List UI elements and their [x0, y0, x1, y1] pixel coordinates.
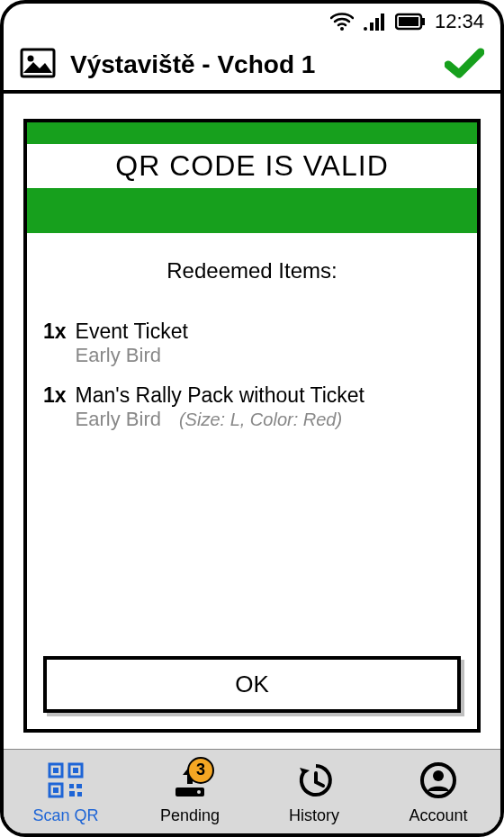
nav-label: Scan QR	[32, 806, 98, 825]
banner-title-row: QR CODE IS VALID	[27, 144, 477, 188]
nav-history[interactable]: History	[265, 760, 364, 825]
nav-scan-qr[interactable]: Scan QR	[16, 760, 115, 825]
svg-rect-6	[399, 17, 418, 26]
bottom-nav: Scan QR 3 Pending History	[4, 749, 500, 833]
result-card: QR CODE IS VALID Redeemed Items: 1x Even…	[23, 119, 481, 733]
history-icon	[294, 760, 334, 805]
header: Výstaviště - Vchod 1	[4, 40, 500, 94]
svg-rect-13	[73, 768, 78, 773]
list-item: 1x Event Ticket Early Bird	[43, 320, 461, 367]
battery-icon	[395, 13, 426, 31]
svg-point-1	[364, 27, 367, 31]
svg-rect-3	[375, 18, 379, 31]
item-detail: (Size: L, Color: Red)	[179, 410, 342, 430]
svg-rect-4	[381, 14, 384, 31]
svg-point-0	[340, 27, 344, 31]
status-bar: 12:34	[4, 4, 500, 40]
item-qty: 1x	[43, 320, 67, 367]
device-frame: 12:34 Výstaviště - Vchod 1 QR CODE IS VA…	[0, 0, 504, 837]
svg-point-23	[433, 770, 444, 781]
svg-rect-7	[422, 18, 425, 25]
ok-wrap: OK	[27, 640, 477, 729]
nav-pending[interactable]: 3 Pending	[140, 760, 239, 825]
list-item: 1x Man's Rally Pack without Ticket Early…	[43, 383, 461, 431]
redeemed-items: 1x Event Ticket Early Bird 1x Man's Rall…	[27, 320, 477, 447]
banner-stripe-top	[27, 122, 477, 144]
page-title: Výstaviště - Vchod 1	[70, 50, 430, 79]
account-icon	[418, 760, 458, 805]
item-subtitle: Early Bird	[76, 344, 161, 367]
svg-rect-18	[69, 791, 75, 796]
svg-rect-16	[69, 784, 74, 788]
svg-point-21	[197, 790, 201, 794]
item-subtitle: Early Bird	[76, 408, 161, 431]
svg-point-9	[28, 56, 34, 62]
nav-label: Pending	[160, 806, 220, 825]
nav-account[interactable]: Account	[389, 760, 488, 825]
wifi-icon	[330, 12, 354, 32]
content: QR CODE IS VALID Redeemed Items: 1x Even…	[4, 94, 500, 749]
item-name: Event Ticket	[76, 320, 461, 344]
nav-label: Account	[409, 806, 467, 825]
image-icon	[20, 48, 56, 82]
banner-stripe-bottom	[27, 188, 477, 233]
svg-rect-2	[370, 22, 374, 31]
banner-title: QR CODE IS VALID	[115, 149, 388, 182]
item-name: Man's Rally Pack without Ticket	[76, 383, 461, 408]
pending-badge: 3	[187, 757, 214, 784]
status-time: 12:34	[435, 10, 484, 33]
svg-rect-17	[76, 784, 82, 788]
svg-rect-11	[53, 768, 58, 773]
svg-rect-15	[53, 788, 58, 793]
item-qty: 1x	[43, 383, 67, 431]
redeemed-label: Redeemed Items:	[27, 258, 477, 284]
svg-rect-19	[77, 792, 82, 796]
nav-label: History	[289, 806, 339, 825]
signal-icon	[363, 12, 386, 32]
check-icon	[445, 47, 484, 83]
qr-icon	[46, 760, 86, 805]
ok-button[interactable]: OK	[43, 656, 461, 713]
